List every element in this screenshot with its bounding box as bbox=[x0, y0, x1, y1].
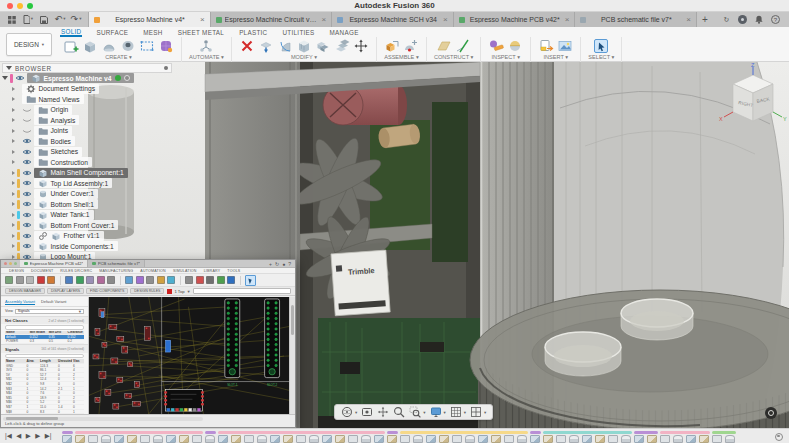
visibility-eye-icon[interactable] bbox=[22, 211, 32, 219]
timeline-feature-icon[interactable] bbox=[283, 435, 293, 443]
disclosure-icon[interactable] bbox=[12, 108, 15, 112]
timeline-feature-icon[interactable] bbox=[686, 435, 696, 443]
document-tab[interactable]: Espresso Machine Circuit v44*× bbox=[211, 12, 333, 27]
timeline-feature-icon[interactable] bbox=[309, 435, 319, 443]
browser-item[interactable]: Main Shell Component:1 bbox=[2, 168, 172, 179]
tab-close-icon[interactable]: × bbox=[200, 16, 205, 24]
disclosure-icon[interactable] bbox=[12, 171, 15, 175]
timeline-feature-icon[interactable] bbox=[595, 435, 605, 443]
timeline-feature-icon[interactable] bbox=[192, 435, 202, 443]
pcb-layer-chip[interactable]: 1 Top ▾ bbox=[167, 289, 189, 294]
timeline-feature-icon[interactable] bbox=[556, 435, 566, 443]
visibility-eye-icon[interactable] bbox=[22, 127, 32, 135]
timeline-feature-icon[interactable] bbox=[426, 435, 436, 443]
pcb-tool-icon[interactable] bbox=[47, 276, 55, 284]
document-tab[interactable]: Espresso Machine v4*× bbox=[89, 12, 211, 27]
visibility-eye-icon[interactable] bbox=[22, 116, 32, 124]
timeline-control[interactable]: ◀ bbox=[16, 433, 21, 440]
browser-root-item[interactable]: Espresso Machine v4 bbox=[2, 73, 172, 84]
disclosure-icon[interactable] bbox=[2, 76, 8, 80]
ribbon-tab-sheet-metal[interactable]: SHEET METAL bbox=[177, 28, 225, 36]
ribbon-group-label[interactable]: SELECT ▾ bbox=[588, 54, 614, 60]
pcb-menu-tools[interactable]: TOOLS bbox=[227, 269, 240, 273]
disclosure-icon[interactable] bbox=[12, 150, 15, 154]
tab-close-icon[interactable]: × bbox=[686, 16, 691, 24]
timeline-feature-icon[interactable] bbox=[387, 435, 397, 443]
pcb-command-input[interactable] bbox=[193, 288, 291, 294]
browser-item[interactable]: Document Settings bbox=[2, 84, 172, 95]
viewport-layout-icon[interactable]: ▾ bbox=[470, 406, 486, 418]
feedback-icon[interactable] bbox=[765, 407, 777, 419]
browser-item[interactable]: Under Cover:1 bbox=[2, 189, 172, 200]
timeline-control[interactable]: |◀ bbox=[5, 433, 12, 440]
measure-icon[interactable] bbox=[488, 38, 504, 54]
pcb-tool-icon[interactable] bbox=[76, 276, 84, 284]
timeline-feature-icon[interactable] bbox=[530, 435, 540, 443]
pcb-tool-icon[interactable] bbox=[107, 276, 115, 284]
pcb-tool-icon[interactable] bbox=[65, 276, 73, 284]
pcb-tool-icon[interactable] bbox=[157, 276, 165, 284]
disclosure-icon[interactable] bbox=[12, 129, 15, 133]
pcb-panel-button[interactable]: DESIGN RULES bbox=[130, 288, 164, 295]
browser-item[interactable]: Named Views bbox=[2, 94, 172, 105]
pcb-tool-icon[interactable] bbox=[146, 276, 154, 284]
document-tab[interactable]: Espresso Machine SCH v34× bbox=[332, 12, 454, 27]
glass-cup-front[interactable] bbox=[545, 332, 621, 376]
timeline-feature-icon[interactable] bbox=[725, 435, 735, 443]
disclosure-icon[interactable] bbox=[12, 223, 15, 227]
timeline-feature-icon[interactable] bbox=[62, 435, 72, 443]
timeline-feature-icon[interactable] bbox=[140, 435, 150, 443]
visibility-eye-icon[interactable] bbox=[22, 179, 32, 187]
pcb-panel-button[interactable]: DISPLAY LAYERS bbox=[47, 288, 84, 295]
timeline-feature-icon[interactable] bbox=[322, 435, 332, 443]
pcb-menu-manufacturing[interactable]: MANUFACTURING bbox=[99, 269, 133, 273]
timeline-feature-icon[interactable] bbox=[114, 435, 124, 443]
timeline-feature-icon[interactable] bbox=[491, 435, 501, 443]
visibility-eye-icon[interactable] bbox=[22, 158, 32, 166]
timeline-feature-icon[interactable] bbox=[634, 435, 644, 443]
ribbon-group-label[interactable]: ASSEMBLE ▾ bbox=[384, 54, 419, 60]
timeline-feature-icon[interactable] bbox=[452, 435, 462, 443]
view-select[interactable]: Signals▾ bbox=[15, 309, 84, 315]
browser-item[interactable]: Origin bbox=[2, 105, 172, 116]
pcb-vscrollbar[interactable] bbox=[289, 297, 295, 414]
timeline-control[interactable]: ▶ bbox=[26, 433, 31, 440]
file-menu-icon[interactable]: ▾ bbox=[23, 15, 33, 25]
visibility-eye-icon[interactable] bbox=[22, 190, 32, 198]
pcb-section-search-input[interactable] bbox=[5, 325, 84, 330]
tab-close-icon[interactable]: × bbox=[565, 16, 570, 24]
pcb-tool-icon[interactable] bbox=[26, 276, 34, 284]
offset-icon[interactable] bbox=[334, 38, 350, 54]
shell2-icon[interactable] bbox=[296, 38, 312, 54]
ribbon-group-label[interactable]: INSPECT ▾ bbox=[492, 54, 521, 60]
sketch-icon[interactable] bbox=[63, 38, 79, 54]
form-icon[interactable] bbox=[158, 38, 174, 54]
browser-item[interactable]: Frother v1:1 bbox=[2, 231, 172, 242]
ribbon-tab-manage[interactable]: MANAGE bbox=[329, 28, 360, 36]
pcb-menu-design[interactable]: DESIGN bbox=[9, 269, 24, 273]
browser-item[interactable]: Bottom Shell:1 bbox=[2, 199, 172, 210]
pcb-tool-icon[interactable] bbox=[5, 276, 13, 284]
tab-close-icon[interactable]: × bbox=[443, 16, 448, 24]
browser-item[interactable]: Sketches bbox=[2, 147, 172, 158]
ribbon-tab-plastic[interactable]: PLASTIC bbox=[238, 28, 268, 36]
zoom-window-icon[interactable]: ▾ bbox=[409, 406, 425, 418]
job-status-icon[interactable]: ↻ bbox=[722, 15, 731, 24]
browser-item[interactable]: Construction bbox=[2, 157, 172, 168]
cloud-status-icon[interactable] bbox=[124, 75, 130, 81]
pcb-menu-simulation[interactable]: SIMULATION bbox=[173, 269, 197, 273]
browser-options-icon[interactable] bbox=[164, 66, 168, 70]
view-cube[interactable]: RIGHT BACK Z X Y bbox=[718, 62, 788, 132]
ribbon-group-label[interactable]: INSERT ▾ bbox=[543, 54, 568, 60]
pcb-section-search-input[interactable] bbox=[5, 354, 84, 359]
disclosure-icon[interactable] bbox=[12, 202, 15, 206]
disclosure-icon[interactable] bbox=[12, 87, 15, 91]
pcb-variant-tabs[interactable]: Assembly Variant Default Variant bbox=[1, 297, 88, 307]
orbit-icon[interactable]: ▾ bbox=[341, 406, 357, 418]
ribbon-group-label[interactable]: CREATE ▾ bbox=[105, 54, 132, 60]
timeline-feature-icon[interactable] bbox=[244, 435, 254, 443]
pcb-menu-library[interactable]: LIBRARY bbox=[204, 269, 221, 273]
timeline-feature-icon[interactable] bbox=[647, 435, 657, 443]
rect-icon[interactable] bbox=[139, 38, 155, 54]
automate-icon[interactable] bbox=[198, 38, 214, 54]
